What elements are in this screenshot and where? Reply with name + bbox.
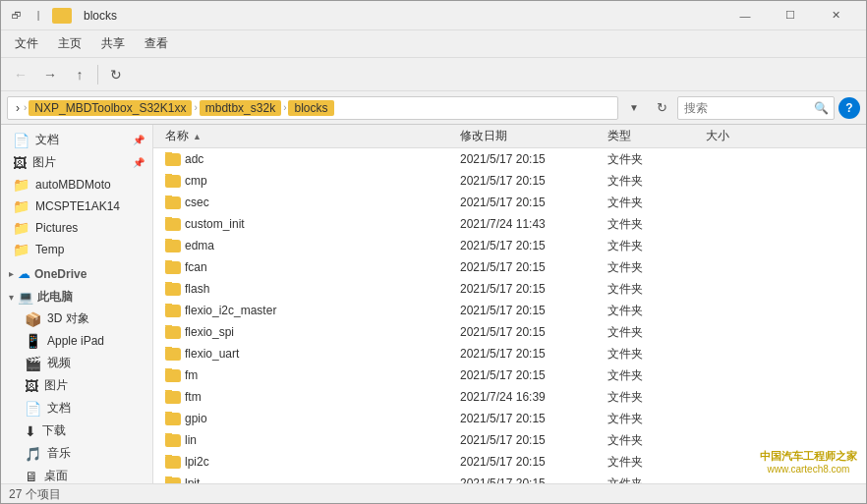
file-name: edma [161, 239, 456, 252]
file-name-text: lin [185, 433, 197, 447]
maximize-button[interactable]: ☐ [768, 1, 813, 30]
sidebar-item-label: 音乐 [47, 445, 71, 462]
forward-button[interactable]: → [36, 61, 64, 88]
sidebar-item-video[interactable]: 🎬 视频 [1, 352, 152, 374]
col-header-type[interactable]: 类型 [604, 128, 702, 144]
table-row[interactable]: lin 2021/5/17 20:15 文件夹 [153, 429, 866, 451]
sidebar-item-music[interactable]: 🎵 音乐 [1, 442, 152, 465]
menu-view[interactable]: 查看 [135, 31, 178, 56]
back-button[interactable]: ← [7, 61, 34, 88]
sidebar-item-img[interactable]: 🖼 图片 [1, 374, 152, 397]
file-date: 2021/5/17 20:15 [456, 260, 604, 274]
crumb-mbdtbx[interactable]: mbdtbx_s32k [200, 100, 281, 116]
file-name: cmp [161, 174, 456, 188]
crumb-nxp[interactable]: NXP_MBDToolbox_S32K1xx [29, 100, 192, 116]
file-date: 2021/5/17 20:15 [456, 325, 604, 339]
main-layout: 📄 文档 📌 🖼 图片 📌 📁 autoMBDMoto 📁 MCSPTE1AK1… [1, 125, 866, 483]
table-row[interactable]: flexio_spi 2021/5/17 20:15 文件夹 [153, 321, 866, 343]
table-row[interactable]: flash 2021/5/17 20:15 文件夹 [153, 278, 866, 300]
breadcrumb[interactable]: › › NXP_MBDToolbox_S32K1xx › mbdtbx_s32k… [7, 96, 618, 120]
clipboard-icon[interactable]: | [30, 8, 46, 24]
table-row[interactable]: flexio_uart 2021/5/17 20:15 文件夹 [153, 343, 866, 364]
sidebar-item-pictures[interactable]: 🖼 图片 📌 [1, 151, 152, 174]
folder-icon [165, 434, 181, 447]
refresh-button[interactable]: ↻ [650, 96, 673, 120]
folder-icon-temp: 📁 [13, 242, 29, 257]
table-row[interactable]: fcan 2021/5/17 20:15 文件夹 [153, 256, 866, 278]
sidebar-item-desktop[interactable]: 🖥 桌面 [1, 465, 152, 483]
table-row[interactable]: cmp 2021/5/17 20:15 文件夹 [153, 170, 866, 192]
address-dropdown-button[interactable]: ▼ [622, 96, 646, 120]
col-header-date[interactable]: 修改日期 [456, 128, 604, 144]
file-name-text: gpio [185, 412, 207, 425]
col-header-name[interactable]: 名称 ▲ [161, 128, 456, 144]
file-name: lin [161, 433, 456, 447]
table-row[interactable]: ftm 2021/7/24 16:39 文件夹 [153, 386, 866, 408]
file-type: 文件夹 [604, 303, 702, 319]
sidebar-item-3d[interactable]: 📦 3D 对象 [1, 308, 152, 330]
menu-home[interactable]: 主页 [48, 31, 91, 56]
folder-icon [165, 283, 181, 296]
col-header-size[interactable]: 大小 [702, 128, 780, 144]
sidebar-item-label: 文档 [35, 132, 59, 148]
crumb-separator-2: › [194, 102, 197, 113]
onedrive-section[interactable]: ▸ ☁ OneDrive [1, 260, 152, 283]
minimize-button[interactable]: — [722, 1, 768, 30]
table-row[interactable]: edma 2021/5/17 20:15 文件夹 [153, 235, 866, 256]
close-button[interactable]: ✕ [813, 1, 858, 30]
table-row[interactable]: gpio 2021/5/17 20:15 文件夹 [153, 408, 866, 429]
table-row[interactable]: flexio_i2c_master 2021/5/17 20:15 文件夹 [153, 300, 866, 321]
sidebar-item-documents[interactable]: 📄 文档 📌 [1, 129, 152, 151]
quick-access-icon[interactable]: 🗗 [9, 8, 25, 24]
help-button[interactable]: ? [838, 97, 860, 119]
file-type: 文件夹 [604, 346, 702, 363]
folder-icon [165, 369, 181, 382]
window-controls: — ☐ ✕ [722, 1, 858, 30]
file-type: 文件夹 [604, 432, 702, 449]
sidebar: 📄 文档 📌 🖼 图片 📌 📁 autoMBDMoto 📁 MCSPTE1AK1… [1, 125, 153, 483]
table-row[interactable]: lpit 2021/5/17 20:15 文件夹 [153, 473, 866, 483]
search-icon: 🔍 [814, 101, 829, 115]
sidebar-item-label: 桌面 [44, 468, 68, 483]
file-type: 文件夹 [604, 173, 702, 190]
sidebar-item-doc[interactable]: 📄 文档 [1, 397, 152, 420]
table-row[interactable]: lpi2c 2021/5/17 20:15 文件夹 [153, 451, 866, 473]
crumb-blocks[interactable]: blocks [288, 100, 333, 116]
sidebar-item-label: 图片 [32, 154, 56, 171]
file-date: 2021/5/17 20:15 [456, 282, 604, 296]
documents-icon: 📄 [13, 133, 29, 148]
file-date: 2021/5/17 20:15 [456, 196, 604, 209]
sidebar-item-pictures2[interactable]: 📁 Pictures [1, 217, 152, 239]
col-name-label: 名称 [165, 128, 189, 144]
sidebar-item-autombd[interactable]: 📁 autoMBDMoto [1, 174, 152, 196]
menu-file[interactable]: 文件 [5, 31, 48, 56]
sidebar-item-label: 3D 对象 [47, 310, 89, 327]
folder-icon [52, 8, 72, 24]
folder-icon-autombd: 📁 [13, 177, 29, 193]
folder-icon [165, 326, 181, 339]
col-date-label: 修改日期 [460, 128, 507, 144]
thispc-section[interactable]: ▾ 💻 此电脑 [1, 283, 152, 308]
folder-icon-mcspte: 📁 [13, 198, 29, 214]
sidebar-item-ipad[interactable]: 📱 Apple iPad [1, 330, 152, 352]
status-count: 27 个项目 [9, 486, 61, 503]
file-name-text: custom_init [185, 217, 245, 231]
crumb-root[interactable]: › [14, 101, 22, 115]
file-name: gpio [161, 412, 456, 425]
sidebar-item-mcspte[interactable]: 📁 MCSPTE1AK14 [1, 196, 152, 217]
table-row[interactable]: fm 2021/5/17 20:15 文件夹 [153, 364, 866, 386]
file-name-text: fcan [185, 260, 207, 274]
table-row[interactable]: custom_init 2021/7/24 11:43 文件夹 [153, 213, 866, 235]
table-row[interactable]: adc 2021/5/17 20:15 文件夹 [153, 148, 866, 170]
search-input[interactable] [677, 96, 835, 120]
up-button[interactable]: ↑ [66, 61, 93, 88]
sidebar-item-download[interactable]: ⬇ 下载 [1, 420, 152, 442]
sidebar-item-temp[interactable]: 📁 Temp [1, 239, 152, 260]
folder-icon [165, 175, 181, 188]
col-size-label: 大小 [706, 128, 729, 144]
recent-button[interactable]: ↻ [102, 61, 130, 88]
table-row[interactable]: csec 2021/5/17 20:15 文件夹 [153, 192, 866, 213]
file-date: 2021/5/17 20:15 [456, 433, 604, 447]
sidebar-item-label: 视频 [47, 355, 71, 371]
menu-share[interactable]: 共享 [91, 31, 135, 56]
